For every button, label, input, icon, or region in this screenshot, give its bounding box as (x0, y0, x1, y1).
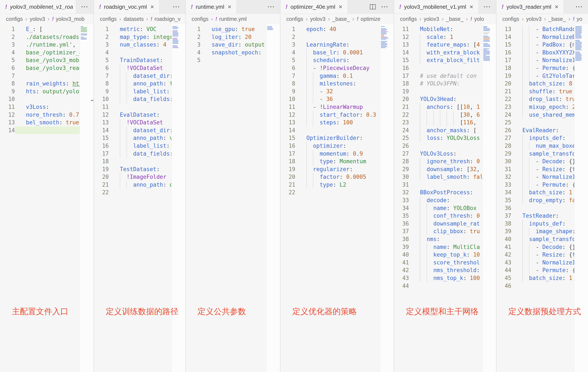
minimap-line (483, 32, 496, 32)
minimap[interactable] (171, 24, 185, 372)
tab-bar: !yolov3_mobilenet_v1.yml×··· (394, 0, 496, 14)
code-area[interactable]: 11MobileNet:12 scale: 113 feature_maps: … (394, 24, 482, 372)
close-icon[interactable]: × (150, 3, 154, 11)
token: : (235, 26, 242, 32)
sash-handle[interactable] (91, 100, 94, 101)
token: true (566, 96, 574, 102)
line-text: data_fields: (109, 95, 171, 103)
token: - (536, 73, 542, 79)
token: : (170, 96, 171, 102)
tab-yolov3-mobilenet-v1[interactable]: !yolov3_mobilenet_v1.yml× (394, 0, 479, 14)
line-text: - NormalizeIma (511, 259, 574, 267)
line-number: 28 (496, 142, 511, 150)
breadcrumb-file[interactable]: yolov3_mob (56, 16, 84, 22)
line-text: start_factor: 0.3 (295, 111, 380, 119)
tab-runtime[interactable]: !runtime.yml× (186, 0, 237, 14)
indent-guide (522, 134, 529, 142)
breadcrumb-file[interactable]: yo (577, 16, 582, 22)
more-actions-icon[interactable]: ··· (81, 3, 88, 10)
code-line: 7 (0, 72, 80, 80)
line-number: 24 (394, 126, 409, 134)
token: : (566, 267, 572, 273)
token: anchor_masks (427, 127, 466, 133)
code-line: 10 data_fields: (94, 95, 171, 103)
breadcrumb-file[interactable]: roadsign_v (154, 16, 180, 22)
code-area[interactable]: 13 - BatchRandomR14 - NormalizeBox15 - P… (496, 24, 574, 372)
close-icon[interactable]: × (555, 3, 558, 11)
minimap[interactable] (482, 24, 496, 372)
code-area[interactable]: 1use_gpu: true2log_iter: 203save_dir: ou… (186, 24, 266, 372)
more-actions-icon[interactable]: ··· (484, 3, 491, 10)
breadcrumb-item[interactable]: _base_ (548, 16, 566, 22)
code-line: 19 regularizer: (280, 165, 380, 173)
minimap[interactable] (574, 24, 588, 372)
line-number: 4 (280, 49, 295, 56)
breadcrumb-file[interactable]: runtime.yml (219, 16, 247, 22)
indent-guide (522, 72, 536, 80)
code-area[interactable]: 1epoch: 4023LearningRate:4 base_lr: 0.00… (280, 24, 380, 372)
breadcrumb-item[interactable]: yolov3 (526, 16, 541, 22)
minimap[interactable] (380, 24, 394, 372)
breadcrumb-item[interactable]: yolov3 (424, 16, 439, 22)
token: : (466, 174, 473, 180)
close-icon[interactable]: × (470, 3, 473, 11)
breadcrumb-item[interactable]: _base_ (332, 16, 350, 22)
token: type (320, 158, 333, 164)
indent-guide (522, 173, 536, 181)
token: , (476, 166, 480, 172)
minimap[interactable] (80, 24, 94, 372)
breadcrumb-item[interactable]: yolov3 (30, 16, 45, 22)
token: fals (569, 197, 574, 203)
tab-yolov3-mobilenet-v1-roadsign[interactable]: !yolov3_mobilenet_v1_roa (0, 0, 76, 14)
tab-yolov3-reader[interactable]: !yolov3_reader.yml× (496, 0, 564, 14)
line-number: 13 (496, 25, 511, 33)
indent-guide (306, 150, 320, 158)
breadcrumb-item[interactable]: datasets (124, 16, 144, 22)
code-line: 33 decode: (394, 197, 482, 204)
tab-optimizer-40e[interactable]: !optimizer_40e.yml× (280, 0, 348, 14)
code-line: 9 label_list: (94, 88, 171, 96)
token: anno_path (133, 80, 163, 87)
breadcrumb-item[interactable]: configs (286, 16, 303, 22)
token: MultiCla (453, 244, 480, 250)
more-actions-icon[interactable]: ··· (173, 3, 180, 10)
tab-roadsign-voc[interactable]: !roadsign_voc.yml× (94, 0, 159, 14)
close-icon[interactable]: × (228, 3, 231, 11)
minimap-line (483, 36, 488, 36)
code-area[interactable]: 1E_: [2./datasets/roadsi3./runtime.yml',… (0, 24, 80, 372)
breadcrumb-item[interactable]: yolov3 (310, 16, 326, 22)
token: nms (427, 236, 437, 242)
code-line: 26EvalReader: (496, 126, 574, 134)
breadcrumb-item[interactable]: configs (100, 16, 117, 22)
code-area[interactable]: 1metric: VOC2map_type: integr3num_classe… (94, 24, 171, 372)
line-text: shuffle: true (511, 88, 574, 96)
token: factor (320, 174, 340, 180)
token: base_/yolov3_mobi (26, 57, 80, 63)
token: , (470, 104, 476, 110)
minimap-line (81, 36, 94, 36)
minimap-line (575, 39, 588, 40)
line-number: 3 (0, 41, 15, 49)
breadcrumb-item[interactable]: _base_ (446, 16, 463, 22)
breadcrumb-file[interactable]: optimize (361, 16, 380, 22)
indent-guide (420, 212, 433, 220)
token: : (238, 42, 245, 48)
code-line: 32BBoxPostProcess: (394, 188, 482, 197)
token: data_fields (133, 151, 170, 157)
code-line: 43 nms_top_k: 100 (394, 274, 482, 282)
breadcrumb-file[interactable]: yolo (474, 16, 484, 22)
breadcrumb-item[interactable]: configs (502, 16, 519, 22)
more-actions-icon[interactable]: ··· (576, 3, 583, 10)
indent-guide (420, 266, 433, 274)
breadcrumb-item[interactable]: configs (400, 16, 417, 22)
minimap[interactable] (266, 24, 280, 372)
breadcrumb-item[interactable]: configs (192, 16, 208, 22)
more-actions-icon[interactable]: ··· (381, 3, 388, 10)
more-actions-icon[interactable]: ··· (268, 3, 275, 10)
breadcrumb-item[interactable]: configs (6, 16, 23, 22)
close-icon[interactable]: × (339, 3, 342, 11)
token: YOLOv3Head (420, 96, 453, 102)
split-editor-icon[interactable] (370, 4, 376, 9)
line-number: 13 (280, 119, 295, 126)
indent-guide (522, 80, 529, 88)
